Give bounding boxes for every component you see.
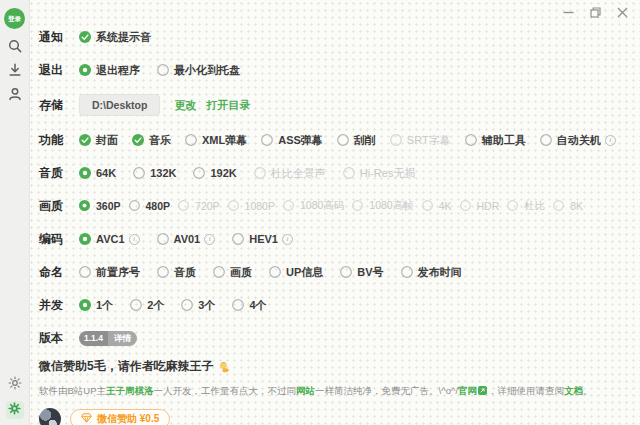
row-video-quality: 画质 360P 480P 720P 1080P: [39, 196, 634, 216]
info-icon[interactable]: i: [204, 234, 215, 245]
author-link[interactable]: 王子周棋洛: [106, 385, 154, 396]
version-badge[interactable]: 1.1.4 详情: [79, 331, 137, 346]
radio-2-tasks[interactable]: 2个: [130, 298, 164, 313]
minimize-icon[interactable]: [563, 7, 574, 18]
option-label: 画质: [230, 265, 252, 280]
option-label: Hi-Res无损: [360, 166, 416, 181]
maximize-restore-icon[interactable]: [590, 7, 601, 18]
checkbox-xml-danmaku[interactable]: XML弹幕: [185, 133, 247, 148]
radio-4-tasks[interactable]: 4个: [232, 298, 266, 313]
official-site-link[interactable]: 官网: [458, 385, 477, 396]
option-label: UP信息: [286, 265, 323, 280]
option-label: 1个: [96, 298, 113, 313]
checkbox-off-icon: [185, 134, 197, 146]
option-label: BV号: [357, 265, 383, 280]
change-path-link[interactable]: 更改: [174, 98, 196, 113]
row-codec: 编码 AVC1 i AV01 i HEV1 i: [39, 229, 634, 249]
checkbox-music[interactable]: 音乐: [132, 133, 171, 148]
checkbox-off-icon: [340, 266, 352, 278]
radio-hev1[interactable]: HEV1 i: [232, 233, 293, 245]
wechat-sponsor-button[interactable]: 微信赞助 ¥0.5: [70, 409, 170, 425]
about-paragraph: 软件由B站UP主王子周棋洛一人开发，工作量有点大，不过同网站一样简洁纯净，免费无…: [39, 384, 634, 399]
row-label: 存储: [39, 97, 79, 114]
option-label: 1080高帧: [369, 199, 413, 213]
info-icon[interactable]: i: [129, 234, 140, 245]
checkbox-off-icon: [337, 134, 349, 146]
option-label: 4K: [439, 200, 452, 212]
storage-path-button[interactable]: D:\Desktop: [79, 94, 160, 116]
option-label: 480P: [146, 200, 171, 212]
row-label: 音质: [39, 165, 79, 182]
radio-1080-high-fps-disabled: 1080高帧: [352, 199, 413, 213]
checkbox-publish-time[interactable]: 发布时间: [401, 265, 462, 280]
radio-hdr-disabled: HDR: [460, 200, 500, 212]
checkbox-checked-icon: [132, 134, 144, 146]
radio-360p[interactable]: 360P: [79, 200, 121, 212]
user-icon[interactable]: [7, 86, 23, 102]
version-detail-link[interactable]: 详情: [108, 331, 137, 346]
radio-selected-icon: [79, 299, 91, 311]
option-label: 1080P: [245, 200, 275, 212]
checkbox-off-icon: [269, 266, 281, 278]
info-icon[interactable]: i: [605, 135, 616, 146]
row-label: 通知: [39, 29, 79, 46]
row-features: 功能 封面 音乐 XML弹幕 ASS弹幕: [39, 130, 634, 150]
external-link-icon[interactable]: [478, 385, 487, 399]
radio-1-task[interactable]: 1个: [79, 298, 113, 313]
checkbox-prefix-number[interactable]: 前置序号: [79, 265, 140, 280]
close-icon[interactable]: [617, 7, 628, 18]
docs-link[interactable]: 文档: [564, 385, 583, 396]
search-icon[interactable]: [7, 38, 23, 54]
radio-av01[interactable]: AV01 i: [157, 233, 216, 245]
row-naming: 命名 前置序号 音质 画质 UP信息: [39, 262, 634, 282]
radio-disabled-icon: [422, 200, 434, 212]
radio-dolby-atmos-disabled: 杜比全景声: [254, 166, 326, 181]
option-label: 360P: [96, 200, 121, 212]
website-link[interactable]: 网站: [296, 385, 315, 396]
radio-8k-disabled: 8K: [553, 200, 583, 212]
about-text: 软件由B站UP主: [39, 385, 106, 396]
radio-192k[interactable]: 192K: [193, 167, 236, 179]
theme-sun-icon[interactable]: [8, 376, 22, 394]
checkbox-system-sound[interactable]: 系统提示音: [79, 30, 151, 45]
app-window: 登录: [0, 0, 640, 425]
radio-avc1[interactable]: AVC1 i: [79, 233, 140, 245]
author-avatar[interactable]: [39, 408, 61, 425]
radio-off-icon: [130, 299, 142, 311]
radio-64k[interactable]: 64K: [79, 167, 116, 179]
row-notification: 通知 系统提示音: [39, 27, 634, 47]
option-label: 辅助工具: [482, 133, 526, 148]
checkbox-auto-shutdown[interactable]: 自动关机 i: [540, 133, 616, 148]
settings-tab-active[interactable]: [6, 401, 24, 419]
radio-off-icon: [157, 64, 169, 76]
checkbox-up-info[interactable]: UP信息: [269, 265, 323, 280]
radio-3-tasks[interactable]: 3个: [181, 298, 215, 313]
radio-minimize-to-tray[interactable]: 最小化到托盘: [157, 63, 240, 78]
row-version: 版本 1.1.4 详情: [39, 328, 634, 348]
option-label: HDR: [477, 200, 500, 212]
radio-disabled-icon: [178, 200, 190, 212]
footer: 微信赞助 ¥0.5: [39, 408, 634, 425]
option-label: 64K: [96, 167, 116, 179]
radio-132k[interactable]: 132K: [133, 167, 176, 179]
info-icon[interactable]: i: [282, 234, 293, 245]
row-audio-quality: 音质 64K 132K 192K 杜比全景声: [39, 163, 634, 183]
checkbox-audio-quality-name[interactable]: 音质: [157, 265, 196, 280]
checkbox-bv-id[interactable]: BV号: [340, 265, 383, 280]
checkbox-srt-subtitle-disabled: SRT字幕: [390, 133, 451, 148]
open-folder-link[interactable]: 打开目录: [206, 98, 250, 113]
checkbox-scrape[interactable]: 刮削: [337, 133, 376, 148]
gem-icon: [81, 413, 92, 425]
login-avatar-button[interactable]: 登录: [4, 8, 25, 29]
checkbox-disabled-icon: [390, 134, 402, 146]
radio-exit-program[interactable]: 退出程序: [79, 63, 140, 78]
checkbox-ass-danmaku[interactable]: ASS弹幕: [261, 133, 323, 148]
radio-disabled-icon: [283, 200, 295, 212]
radio-480p[interactable]: 480P: [129, 200, 171, 212]
checkbox-cover[interactable]: 封面: [79, 133, 118, 148]
checkbox-off-icon: [157, 266, 169, 278]
download-icon[interactable]: [7, 62, 23, 78]
checkbox-helper-tools[interactable]: 辅助工具: [465, 133, 526, 148]
checkbox-video-quality-name[interactable]: 画质: [213, 265, 252, 280]
option-label: 封面: [96, 133, 118, 148]
